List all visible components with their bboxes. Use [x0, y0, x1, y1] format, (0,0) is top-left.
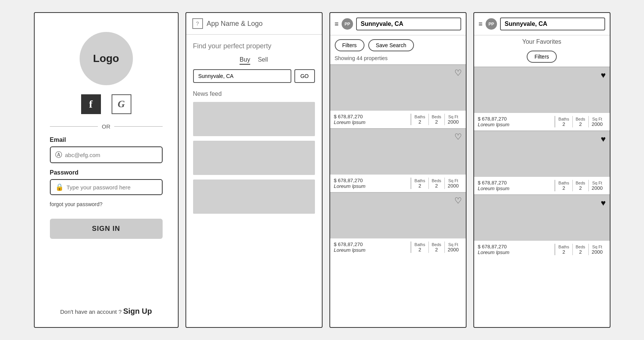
- email-input[interactable]: [65, 152, 157, 158]
- user-avatar[interactable]: PP: [342, 18, 353, 30]
- sign-up-link[interactable]: Sign Up: [123, 307, 152, 315]
- hamburger-menu-icon[interactable]: ≡: [335, 20, 339, 28]
- location-search-input[interactable]: [193, 69, 291, 83]
- person-icon: Ⓐ: [55, 150, 62, 159]
- fav-property-card-2: ♥ $ 678,87,270 Loreum Ipsum Baths 2 Beds…: [474, 130, 610, 194]
- lock-icon: 🔒: [55, 183, 64, 191]
- beds-label-1: Beds: [432, 114, 441, 119]
- price-3: $ 678,87,270: [334, 241, 411, 247]
- fav-baths-value-3: 2: [563, 249, 565, 255]
- sqft-value-2: 2000: [448, 183, 459, 189]
- fav-favorite-button-1[interactable]: ♥: [601, 70, 606, 80]
- news-card-2: [193, 141, 315, 175]
- favorite-button-3[interactable]: ♡: [454, 196, 462, 206]
- fav-favorite-button-2[interactable]: ♥: [601, 134, 606, 144]
- fav-sqft-label-3: Sq Ft: [592, 245, 602, 249]
- fav-price-1: $ 678,87,270: [478, 116, 555, 122]
- sqft-label-2: Sq Ft: [448, 178, 458, 183]
- property-image-3: [330, 193, 466, 238]
- favorite-button-2[interactable]: ♡: [454, 132, 462, 142]
- fav-property-card-1: ♥ $ 678,87,270 Loreum Ipsum Baths 2 Beds…: [474, 67, 610, 130]
- fav-address-1: Loreum Ipsum: [478, 122, 555, 127]
- fav-sqft-stat-1: Sq Ft 2000: [588, 116, 606, 127]
- help-icon[interactable]: ?: [192, 18, 203, 29]
- fav-sqft-value-2: 2000: [592, 185, 603, 191]
- property-card-1: ♡ $ 678,87,270 Loreum Ipsum Baths 2 Beds…: [330, 64, 466, 128]
- search-row: GO: [193, 69, 315, 83]
- user-avatar-fav[interactable]: PP: [486, 18, 497, 30]
- tagline: Find your perfect property: [193, 42, 315, 50]
- fav-beds-value-1: 2: [579, 121, 582, 127]
- location-input-fav[interactable]: [500, 17, 605, 30]
- fav-sqft-value-1: 2000: [592, 121, 603, 127]
- fav-beds-stat-3: Beds 2: [572, 244, 588, 255]
- fav-baths-stat-1: Baths 2: [555, 116, 572, 127]
- logo-text: Logo: [93, 52, 119, 65]
- property-image-1: [330, 65, 466, 111]
- baths-label-3: Baths: [414, 242, 425, 247]
- google-login-button[interactable]: G: [112, 94, 131, 114]
- sqft-label-3: Sq Ft: [448, 242, 458, 247]
- price-2: $ 678,87,270: [334, 178, 411, 183]
- baths-value-2: 2: [419, 183, 421, 189]
- forgot-password-link[interactable]: forgot your password?: [50, 201, 163, 207]
- favorite-button-1[interactable]: ♡: [454, 68, 462, 78]
- results-toolbar: Filters Save Search: [330, 35, 466, 55]
- address-3: Loreum Ipsum: [334, 247, 411, 253]
- fav-favorite-button-3[interactable]: ♥: [601, 198, 606, 208]
- go-button[interactable]: GO: [294, 69, 315, 83]
- email-label: Email: [50, 137, 163, 143]
- favorites-toolbar: Filters: [474, 47, 610, 67]
- fav-beds-label-1: Beds: [576, 117, 585, 121]
- beds-label-3: Beds: [432, 242, 441, 247]
- no-account-text: Don't have an account ?: [60, 308, 121, 315]
- save-search-button[interactable]: Save Search: [368, 39, 414, 51]
- baths-value-1: 2: [419, 119, 421, 125]
- beds-stat-2: Beds 2: [428, 178, 444, 189]
- location-input[interactable]: [356, 17, 461, 30]
- fav-price-3: $ 678,87,270: [478, 244, 555, 249]
- or-line-right: [114, 126, 163, 127]
- fav-address-2: Loreum Ipsum: [478, 186, 555, 191]
- sqft-stat-1: Sq Ft 2000: [444, 114, 462, 125]
- fav-sqft-stat-2: Sq Ft 2000: [588, 180, 606, 191]
- baths-stat-1: Baths 2: [411, 114, 428, 125]
- news-card-3: [193, 180, 315, 214]
- signup-prompt: Don't have an account ? Sign Up: [60, 292, 152, 316]
- tab-buy[interactable]: Buy: [240, 56, 250, 65]
- landing-screen: ? App Name & Logo Find your perfect prop…: [185, 12, 323, 328]
- login-screen: Logo f G OR Email Ⓐ Password 🔒 forgot yo…: [34, 12, 179, 328]
- tab-sell[interactable]: Sell: [258, 56, 268, 65]
- sqft-value-3: 2000: [448, 247, 459, 253]
- fav-stats-1: Baths 2 Beds 2 Sq Ft 2000: [555, 116, 606, 127]
- fav-beds-value-2: 2: [579, 185, 582, 191]
- property-card-3: ♡ $ 678,87,270 Loreum Ipsum Baths 2 Beds…: [330, 192, 466, 256]
- fav-property-image-1: [474, 67, 610, 113]
- or-line-left: [50, 126, 98, 127]
- favorites-filters-button[interactable]: Filters: [527, 51, 556, 63]
- or-text: OR: [102, 123, 110, 130]
- stats-1: Baths 2 Beds 2 Sq Ft 2000: [411, 114, 462, 125]
- fav-property-image-2: [474, 131, 610, 177]
- filters-button[interactable]: Filters: [335, 39, 364, 51]
- sign-in-button[interactable]: SIGN IN: [50, 219, 163, 239]
- showing-count: Showing 44 properties: [330, 55, 466, 64]
- fav-baths-value-2: 2: [563, 185, 565, 191]
- sqft-stat-3: Sq Ft 2000: [444, 241, 462, 253]
- hamburger-menu-icon-fav[interactable]: ≡: [479, 20, 483, 28]
- sqft-label-1: Sq Ft: [448, 114, 458, 119]
- facebook-login-button[interactable]: f: [81, 94, 101, 114]
- stats-3: Baths 2 Beds 2 Sq Ft 2000: [411, 241, 462, 253]
- fav-stats-3: Baths 2 Beds 2 Sq Ft 2000: [555, 244, 606, 255]
- baths-stat-2: Baths 2: [411, 178, 428, 189]
- password-input[interactable]: [67, 184, 157, 191]
- baths-label-2: Baths: [414, 178, 425, 183]
- fav-sqft-stat-3: Sq Ft 2000: [588, 244, 606, 255]
- baths-label-1: Baths: [414, 114, 425, 119]
- price-address-1: $ 678,87,270 Loreum Ipsum: [334, 114, 411, 125]
- fav-baths-stat-3: Baths 2: [555, 244, 572, 255]
- results-screen: ≡ PP Filters Save Search Showing 44 prop…: [329, 12, 467, 328]
- fav-baths-stat-2: Baths 2: [555, 180, 572, 191]
- logo-circle: Logo: [80, 32, 133, 85]
- sqft-stat-2: Sq Ft 2000: [444, 178, 462, 189]
